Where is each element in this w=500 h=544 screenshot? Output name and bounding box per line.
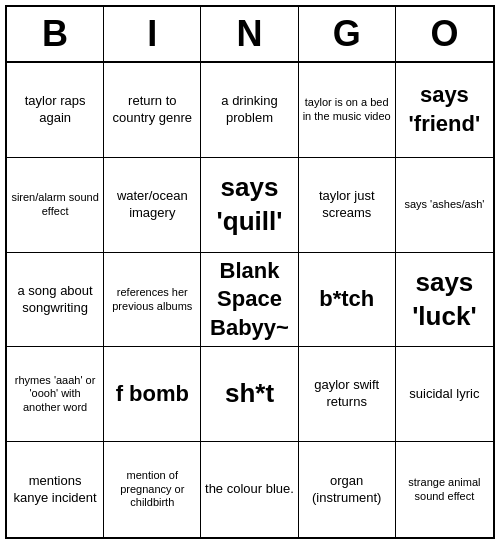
bingo-cell[interactable]: siren/alarm sound effect (7, 158, 104, 253)
bingo-cell[interactable]: return to country genre (104, 63, 201, 158)
bingo-cell[interactable]: taylor is on a bed in the music video (299, 63, 396, 158)
cell-text: mention of pregnancy or childbirth (107, 469, 197, 510)
cell-text: water/ocean imagery (107, 188, 197, 222)
cell-text: taylor raps again (10, 93, 100, 127)
bingo-cell[interactable]: a drinking problem (201, 63, 298, 158)
cell-text: f bomb (116, 380, 189, 409)
cell-text: rhymes 'aaah' or 'oooh' with another wor… (10, 374, 100, 415)
bingo-cell[interactable]: organ (instrument) (299, 442, 396, 537)
cell-text: taylor just screams (302, 188, 392, 222)
bingo-cell[interactable]: says 'luck' (396, 253, 493, 348)
bingo-cell[interactable]: mentions kanye incident (7, 442, 104, 537)
bingo-cell[interactable]: a song about songwriting (7, 253, 104, 348)
cell-text: b*tch (319, 285, 374, 314)
header-letter: N (201, 7, 298, 61)
cell-text: says 'quill' (204, 171, 294, 239)
bingo-card: BINGO taylor raps againreturn to country… (5, 5, 495, 539)
cell-text: says 'friend' (399, 81, 490, 138)
bingo-cell[interactable]: suicidal lyric (396, 347, 493, 442)
bingo-cell[interactable]: f bomb (104, 347, 201, 442)
bingo-cell[interactable]: mention of pregnancy or childbirth (104, 442, 201, 537)
cell-text: the colour blue. (205, 481, 294, 498)
cell-text: says 'luck' (399, 266, 490, 334)
bingo-cell[interactable]: b*tch (299, 253, 396, 348)
header-letter: B (7, 7, 104, 61)
cell-text: references her previous albums (107, 286, 197, 314)
cell-text: taylor is on a bed in the music video (302, 96, 392, 124)
bingo-cell[interactable]: says 'quill' (201, 158, 298, 253)
bingo-cell[interactable]: strange animal sound effect (396, 442, 493, 537)
cell-text: sh*t (225, 377, 274, 411)
cell-text: gaylor swift returns (302, 377, 392, 411)
cell-text: suicidal lyric (409, 386, 479, 403)
bingo-cell[interactable]: taylor just screams (299, 158, 396, 253)
bingo-cell[interactable]: rhymes 'aaah' or 'oooh' with another wor… (7, 347, 104, 442)
bingo-cell[interactable]: water/ocean imagery (104, 158, 201, 253)
bingo-grid: taylor raps againreturn to country genre… (7, 63, 493, 537)
bingo-cell[interactable]: Blank Space Babyy~ (201, 253, 298, 348)
header-letter: I (104, 7, 201, 61)
cell-text: strange animal sound effect (399, 476, 490, 504)
bingo-header: BINGO (7, 7, 493, 63)
bingo-cell[interactable]: sh*t (201, 347, 298, 442)
bingo-cell[interactable]: gaylor swift returns (299, 347, 396, 442)
cell-text: return to country genre (107, 93, 197, 127)
cell-text: organ (instrument) (302, 473, 392, 507)
cell-text: siren/alarm sound effect (10, 191, 100, 219)
cell-text: Blank Space Babyy~ (204, 257, 294, 343)
bingo-cell[interactable]: the colour blue. (201, 442, 298, 537)
cell-text: a drinking problem (204, 93, 294, 127)
cell-text: mentions kanye incident (10, 473, 100, 507)
bingo-cell[interactable]: says 'ashes/ash' (396, 158, 493, 253)
bingo-cell[interactable]: says 'friend' (396, 63, 493, 158)
bingo-cell[interactable]: taylor raps again (7, 63, 104, 158)
cell-text: says 'ashes/ash' (404, 198, 484, 212)
bingo-cell[interactable]: references her previous albums (104, 253, 201, 348)
cell-text: a song about songwriting (10, 283, 100, 317)
header-letter: G (299, 7, 396, 61)
header-letter: O (396, 7, 493, 61)
